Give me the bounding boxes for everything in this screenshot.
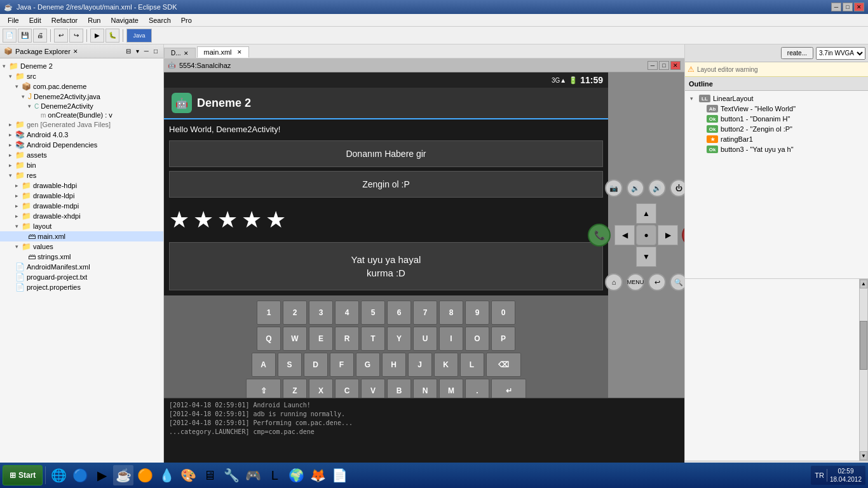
tree-item-drawable-hdpi[interactable]: ▸ 📁 drawable-hdpi xyxy=(0,180,163,191)
toolbar-undo[interactable]: ↩ xyxy=(54,29,68,43)
minimize-button[interactable]: ─ xyxy=(831,3,841,11)
vol-up-button[interactable]: 🔊 xyxy=(648,179,666,197)
tree-item-strings-xml[interactable]: 🗃 strings.xml xyxy=(0,252,163,262)
taskbar-steam-icon[interactable]: 🎮 xyxy=(243,465,263,485)
kb-key-u[interactable]: U xyxy=(413,327,437,351)
scroll-thumb[interactable] xyxy=(860,321,867,370)
kb-key-6[interactable]: 6 xyxy=(387,301,411,325)
kb-key-d[interactable]: D xyxy=(304,353,328,377)
tab-main-xml[interactable]: main.xml ✕ xyxy=(197,46,249,58)
dpad-up[interactable]: ▲ xyxy=(636,203,656,224)
tree-item-android403[interactable]: ▸ 📚 Android 4.0.3 xyxy=(0,130,163,140)
tree-item-main-xml[interactable]: 🗃 main.xml xyxy=(0,231,163,241)
tree-item-values[interactable]: ▾ 📁 values xyxy=(0,241,163,252)
search-button[interactable]: 🔍 xyxy=(670,273,684,291)
start-button[interactable]: ⊞ Start xyxy=(3,465,43,485)
maximize-panel-button[interactable]: □ xyxy=(152,47,159,55)
tree-item-android-deps[interactable]: ▸ 📚 Android Dependencies xyxy=(0,140,163,150)
outline-button2[interactable]: Ok button2 - "Zengin ol :P" xyxy=(688,124,865,134)
toolbar-redo[interactable]: ↪ xyxy=(69,29,83,43)
taskbar-icon5[interactable]: 🖥 xyxy=(200,465,220,485)
kb-key-0[interactable]: 0 xyxy=(491,301,515,325)
kb-key-period[interactable]: . xyxy=(465,379,489,398)
dpad-left[interactable]: ◀ xyxy=(614,225,635,245)
tree-item-package[interactable]: ▾ 📦 com.pac.deneme xyxy=(0,81,163,92)
create-button[interactable]: reate... xyxy=(781,47,813,59)
close-button[interactable]: ✕ xyxy=(854,3,864,11)
outline-button1[interactable]: Ok button1 - "Donanim H" xyxy=(688,114,865,124)
taskbar-ie-icon[interactable]: 🌐 xyxy=(48,465,69,485)
kb-key-x[interactable]: X xyxy=(309,379,333,398)
collapse-all-button[interactable]: ⊟ xyxy=(124,47,133,55)
dpad-right[interactable]: ▶ xyxy=(658,225,678,245)
kb-key-v[interactable]: V xyxy=(361,379,385,398)
tree-item-gen[interactable]: ▸ 📁 gen [Generated Java Files] xyxy=(0,119,163,130)
kb-key-l[interactable]: L xyxy=(460,353,484,377)
emulator-close[interactable]: ✕ xyxy=(670,61,681,70)
kb-key-s[interactable]: S xyxy=(278,353,302,377)
dpad-center[interactable]: ● xyxy=(636,225,656,245)
menu-pro[interactable]: Pro xyxy=(176,15,197,25)
kb-key-r[interactable]: R xyxy=(335,327,359,351)
tree-item-res[interactable]: ▾ 📁 res xyxy=(0,170,163,180)
kb-key-o[interactable]: O xyxy=(465,327,489,351)
phone-rating-bar[interactable]: ★ ★ ★ ★ ★ xyxy=(169,201,603,238)
phone-btn2[interactable]: Zengin ol :P xyxy=(169,171,603,198)
vol-down-button[interactable]: 🔉 xyxy=(627,179,644,197)
home-button[interactable]: ⌂ xyxy=(605,273,623,291)
kb-key-1[interactable]: 1 xyxy=(257,301,281,325)
layout-dropdown[interactable]: 3.7in WVGA xyxy=(816,47,865,60)
tree-item-drawable-xhdpi[interactable]: ▸ 📁 drawable-xhdpi xyxy=(0,211,163,221)
panel-menu-button[interactable]: ▾ xyxy=(134,47,141,55)
taskbar-icon7[interactable]: L xyxy=(264,465,285,485)
maximize-button[interactable]: □ xyxy=(843,3,853,11)
tree-item-proguard[interactable]: 📄 proguard-project.txt xyxy=(0,272,163,282)
kb-key-q[interactable]: Q xyxy=(257,327,281,351)
kb-key-c[interactable]: C xyxy=(335,379,359,398)
kb-key-7[interactable]: 7 xyxy=(413,301,437,325)
tree-item-class[interactable]: ▾ C Deneme2Activity xyxy=(0,102,163,111)
outline-ratingbar[interactable]: ★ ratingBar1 xyxy=(688,134,865,144)
toolbar-save[interactable]: 💾 xyxy=(18,29,32,43)
dpad-down[interactable]: ▼ xyxy=(636,247,656,267)
tree-item-layout[interactable]: ▾ 📁 layout xyxy=(0,221,163,231)
kb-key-g[interactable]: G xyxy=(356,353,380,377)
phone-btn3[interactable]: Yat uyu ya hayalkurma :D xyxy=(169,242,603,290)
kb-key-i[interactable]: I xyxy=(439,327,463,351)
outline-textview[interactable]: Ab TextView - "Hello World" xyxy=(688,104,865,114)
tree-item-manifest[interactable]: 📄 AndroidManifest.xml xyxy=(0,262,163,272)
kb-key-j[interactable]: J xyxy=(408,353,432,377)
toolbar-new[interactable]: 📄 xyxy=(3,29,17,43)
kb-key-p[interactable]: P xyxy=(491,327,515,351)
kb-key-3[interactable]: 3 xyxy=(309,301,333,325)
panel-close-icon[interactable]: ✕ xyxy=(73,48,78,55)
emulator-maximize[interactable]: □ xyxy=(659,61,669,70)
kb-key-m[interactable]: M xyxy=(439,379,463,398)
menu-edit[interactable]: Edit xyxy=(24,15,46,25)
call-button[interactable]: 📞 xyxy=(588,224,611,247)
kb-key-8[interactable]: 8 xyxy=(439,301,463,325)
right-scrollbar[interactable]: ▲ ▼ xyxy=(859,279,868,461)
kb-key-z[interactable]: Z xyxy=(283,379,307,398)
toolbar-print[interactable]: 🖨 xyxy=(33,29,47,43)
toolbar-debug[interactable]: 🐛 xyxy=(105,29,119,43)
camera-button[interactable]: 📷 xyxy=(605,179,623,197)
taskbar-firefox-icon[interactable]: 🦊 xyxy=(308,465,328,485)
menu-button[interactable]: MENU xyxy=(627,273,644,291)
kb-key-y[interactable]: Y xyxy=(387,327,411,351)
kb-key-enter[interactable]: ↵ xyxy=(491,379,526,398)
taskbar-icon4[interactable]: 🎨 xyxy=(178,465,198,485)
taskbar-icon2[interactable]: 🟠 xyxy=(135,465,155,485)
scroll-up[interactable]: ▲ xyxy=(860,280,867,288)
taskbar-globe-icon[interactable]: 🌍 xyxy=(286,465,306,485)
tree-item-project-props[interactable]: 📄 project.properties xyxy=(0,282,163,292)
tab-d[interactable]: D... ✕ xyxy=(164,48,196,58)
menu-run[interactable]: Run xyxy=(83,15,105,25)
tab-close-icon[interactable]: ✕ xyxy=(184,50,189,57)
tree-item-deneme2[interactable]: ▾ 📁 Deneme 2 xyxy=(0,61,163,71)
tree-item-oncreate[interactable]: m onCreate(Bundle) : v xyxy=(0,111,163,119)
kb-key-2[interactable]: 2 xyxy=(283,301,307,325)
kb-key-4[interactable]: 4 xyxy=(335,301,359,325)
kb-key-a[interactable]: A xyxy=(252,353,276,377)
kb-key-n[interactable]: N xyxy=(413,379,437,398)
